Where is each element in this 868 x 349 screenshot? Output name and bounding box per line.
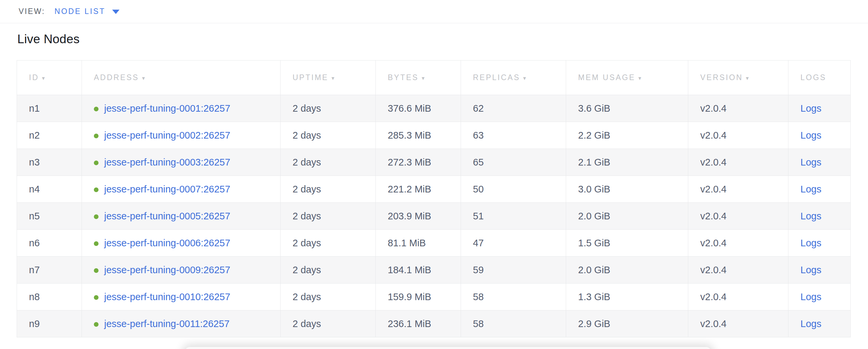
node-address-link[interactable]: jesse-perf-tuning-0007:26257 <box>104 184 230 195</box>
live-status-icon <box>94 134 98 138</box>
sort-arrow-icon: ▾ <box>142 75 145 81</box>
node-address-link[interactable]: jesse-perf-tuning-0005:26257 <box>104 211 230 221</box>
node-uptime: 2 days <box>292 238 321 248</box>
live-nodes-section: Live Nodes ID▾ ADDRESS▾ UPTIME▾ BYTES▾ R… <box>0 32 868 337</box>
node-replicas: 58 <box>473 318 484 329</box>
node-version: v2.0.4 <box>700 130 726 141</box>
node-bytes: 184.1 MiB <box>388 265 431 275</box>
column-header-mem_usage[interactable]: MEM USAGE▾ <box>566 61 688 95</box>
node-mem-usage: 3.0 GiB <box>578 184 610 195</box>
node-address-link[interactable]: jesse-perf-tuning-0003:26257 <box>104 157 230 168</box>
node-version: v2.0.4 <box>700 184 726 195</box>
node-address-link[interactable]: jesse-perf-tuning-0010:26257 <box>104 291 230 302</box>
node-version: v2.0.4 <box>700 103 726 114</box>
node-mem-usage: 2.9 GiB <box>578 318 610 329</box>
node-version: v2.0.4 <box>700 211 726 221</box>
node-id: n4 <box>29 184 40 195</box>
node-logs-link[interactable]: Logs <box>800 265 822 275</box>
next-section-shadow <box>185 347 711 349</box>
node-bytes: 221.2 MiB <box>388 184 431 195</box>
node-uptime: 2 days <box>292 157 321 168</box>
table-row: n6 jesse-perf-tuning-0006:26257 2 days 8… <box>17 230 851 256</box>
column-header-version[interactable]: VERSION▾ <box>688 61 788 95</box>
node-address-link[interactable]: jesse-perf-tuning-0009:26257 <box>104 265 230 275</box>
column-header-bytes[interactable]: BYTES▾ <box>376 61 461 95</box>
node-uptime: 2 days <box>292 184 321 195</box>
node-mem-usage: 1.3 GiB <box>578 291 610 302</box>
node-version: v2.0.4 <box>700 157 726 168</box>
node-replicas: 47 <box>473 238 484 248</box>
view-selector-value: NODE LIST <box>55 7 105 16</box>
table-row: n9 jesse-perf-tuning-0011:26257 2 days 2… <box>17 310 851 337</box>
node-id: n9 <box>29 318 40 329</box>
node-bytes: 236.1 MiB <box>388 318 431 329</box>
node-logs-link[interactable]: Logs <box>800 318 822 329</box>
node-replicas: 62 <box>473 103 484 114</box>
table-row: n7 jesse-perf-tuning-0009:26257 2 days 1… <box>17 256 851 283</box>
node-address-link[interactable]: jesse-perf-tuning-0011:26257 <box>104 318 230 329</box>
node-uptime: 2 days <box>292 318 321 329</box>
node-mem-usage: 2.1 GiB <box>578 157 610 168</box>
live-status-icon <box>94 322 98 327</box>
node-logs-link[interactable]: Logs <box>800 103 822 114</box>
node-id: n3 <box>29 157 40 168</box>
node-uptime: 2 days <box>292 265 321 275</box>
table-header-row: ID▾ ADDRESS▾ UPTIME▾ BYTES▾ REPLICAS▾ ME… <box>17 61 851 95</box>
sort-arrow-icon: ▾ <box>638 75 641 81</box>
node-replicas: 50 <box>473 184 484 195</box>
live-status-icon <box>94 268 98 273</box>
table-row: n8 jesse-perf-tuning-0010:26257 2 days 1… <box>17 283 851 310</box>
node-logs-link[interactable]: Logs <box>800 238 822 248</box>
view-label: VIEW: <box>19 7 45 16</box>
node-mem-usage: 2.0 GiB <box>578 211 610 221</box>
node-id: n6 <box>29 238 40 248</box>
node-logs-link[interactable]: Logs <box>800 157 822 168</box>
node-replicas: 58 <box>473 291 484 302</box>
view-bar: VIEW: NODE LIST <box>0 0 868 23</box>
sort-arrow-icon: ▾ <box>746 75 749 81</box>
live-nodes-table: ID▾ ADDRESS▾ UPTIME▾ BYTES▾ REPLICAS▾ ME… <box>17 60 851 337</box>
node-mem-usage: 2.2 GiB <box>578 130 610 141</box>
live-status-icon <box>94 107 98 111</box>
node-mem-usage: 1.5 GiB <box>578 238 610 248</box>
node-id: n1 <box>29 103 40 114</box>
node-id: n8 <box>29 291 40 302</box>
live-status-icon <box>94 295 98 300</box>
node-bytes: 272.3 MiB <box>388 157 431 168</box>
node-address-link[interactable]: jesse-perf-tuning-0006:26257 <box>104 238 230 248</box>
node-logs-link[interactable]: Logs <box>800 184 822 195</box>
view-selector-dropdown[interactable]: NODE LIST <box>55 7 120 16</box>
table-row: n3 jesse-perf-tuning-0003:26257 2 days 2… <box>17 149 851 176</box>
node-address-link[interactable]: jesse-perf-tuning-0002:26257 <box>104 130 230 141</box>
column-header-uptime[interactable]: UPTIME▾ <box>281 61 376 95</box>
node-replicas: 63 <box>473 130 484 141</box>
table-row: n2 jesse-perf-tuning-0002:26257 2 days 2… <box>17 122 851 149</box>
node-uptime: 2 days <box>292 211 321 221</box>
node-mem-usage: 3.6 GiB <box>578 103 610 114</box>
sort-arrow-icon: ▾ <box>332 75 335 81</box>
node-logs-link[interactable]: Logs <box>800 291 822 302</box>
node-table-body: n1 jesse-perf-tuning-0001:26257 2 days 3… <box>17 95 851 337</box>
live-status-icon <box>94 214 98 219</box>
node-logs-link[interactable]: Logs <box>800 211 822 221</box>
node-bytes: 285.3 MiB <box>388 130 431 141</box>
node-replicas: 65 <box>473 157 484 168</box>
node-uptime: 2 days <box>292 130 321 141</box>
node-version: v2.0.4 <box>700 265 726 275</box>
column-header-id[interactable]: ID▾ <box>17 61 82 95</box>
node-id: n7 <box>29 265 40 275</box>
column-header-address[interactable]: ADDRESS▾ <box>82 61 281 95</box>
node-bytes: 203.9 MiB <box>388 211 431 221</box>
table-row: n1 jesse-perf-tuning-0001:26257 2 days 3… <box>17 95 851 122</box>
column-header-replicas[interactable]: REPLICAS▾ <box>461 61 566 95</box>
node-logs-link[interactable]: Logs <box>800 130 822 141</box>
node-mem-usage: 2.0 GiB <box>578 265 610 275</box>
live-status-icon <box>94 241 98 246</box>
table-row: n5 jesse-perf-tuning-0005:26257 2 days 2… <box>17 203 851 230</box>
node-address-link[interactable]: jesse-perf-tuning-0001:26257 <box>104 103 230 114</box>
node-version: v2.0.4 <box>700 291 726 302</box>
node-version: v2.0.4 <box>700 238 726 248</box>
node-id: n5 <box>29 211 40 221</box>
node-bytes: 81.1 MiB <box>388 238 426 248</box>
node-version: v2.0.4 <box>700 318 726 329</box>
